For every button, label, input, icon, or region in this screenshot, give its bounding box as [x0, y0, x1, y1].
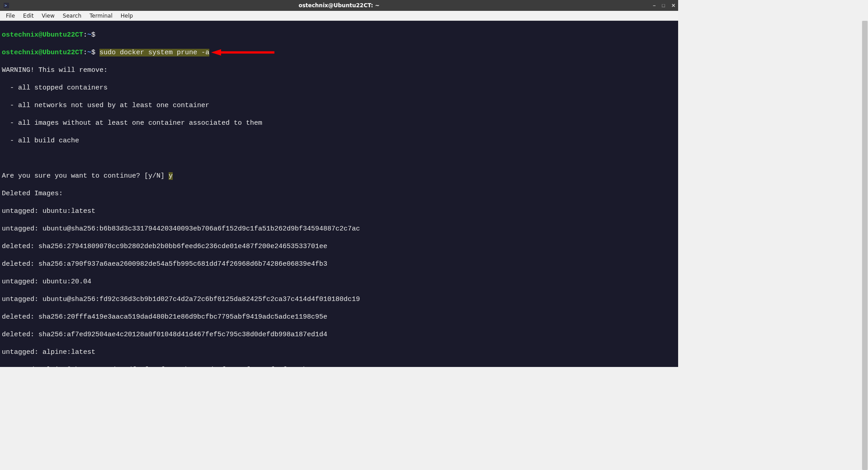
- deleted-header: Deleted Images:: [2, 189, 676, 198]
- output-line: untagged: alpine@sha256:686d8c9dfa6f3ccf…: [2, 366, 676, 367]
- menu-help[interactable]: Help: [117, 11, 137, 20]
- confirm-answer: y: [169, 172, 173, 180]
- warning-item: - all stopped containers: [2, 84, 676, 93]
- window-title: ostechnix@Ubuntu22CT: ~: [298, 2, 379, 9]
- svg-marker-3: [211, 49, 221, 56]
- svg-text:>: >: [5, 3, 7, 8]
- prompt-line-1: ostechnix@Ubuntu22CT:~$: [2, 31, 676, 40]
- warning-item: - all build cache: [2, 136, 676, 146]
- minimize-button[interactable]: –: [653, 3, 656, 8]
- menu-terminal[interactable]: Terminal: [85, 11, 117, 20]
- output-line: untagged: ubuntu:20.04: [2, 277, 676, 287]
- confirm-line: Are you sure you want to continue? [y/N]…: [2, 172, 676, 181]
- output-line: untagged: ubuntu@sha256:fd92c36d3cb9b1d0…: [2, 295, 676, 304]
- red-arrow-annotation: [211, 48, 279, 56]
- highlighted-command: sudo docker system prune -a: [99, 49, 209, 56]
- warning-item: - all networks not used by at least one …: [2, 101, 676, 110]
- menu-bar: File Edit View Search Terminal Help: [0, 11, 678, 21]
- output-line: deleted: sha256:a790f937a6aea2600982de54…: [2, 260, 676, 269]
- warning-header: WARNING! This will remove:: [2, 66, 676, 75]
- output-line: deleted: sha256:27941809078cc9b2802deb2b…: [2, 242, 676, 251]
- menu-search[interactable]: Search: [59, 11, 85, 20]
- output-line: deleted: sha256:20fffa419e3aaca519dad480…: [2, 313, 676, 322]
- output-line: untagged: alpine:latest: [2, 348, 676, 357]
- output-line: untagged: ubuntu:latest: [2, 207, 676, 216]
- terminal-app-icon: >: [4, 3, 9, 8]
- window-titlebar: > ostechnix@Ubuntu22CT: ~ – □ ✕: [0, 0, 678, 11]
- output-line: untagged: ubuntu@sha256:b6b83d3c33179442…: [2, 225, 676, 234]
- output-line: deleted: sha256:af7ed92504ae4c20128a0f01…: [2, 330, 676, 339]
- menu-file[interactable]: File: [2, 11, 19, 20]
- menu-view[interactable]: View: [38, 11, 58, 20]
- menu-edit[interactable]: Edit: [19, 11, 38, 20]
- prompt-line-2: ostechnix@Ubuntu22CT:~$ sudo docker syst…: [2, 48, 676, 57]
- maximize-button[interactable]: □: [662, 3, 665, 8]
- warning-item: - all images without at least one contai…: [2, 119, 676, 128]
- window-controls: – □ ✕: [653, 3, 675, 8]
- blank-line: [2, 154, 676, 163]
- close-button[interactable]: ✕: [671, 3, 675, 8]
- terminal-content[interactable]: ostechnix@Ubuntu22CT:~$ ostechnix@Ubuntu…: [0, 21, 678, 367]
